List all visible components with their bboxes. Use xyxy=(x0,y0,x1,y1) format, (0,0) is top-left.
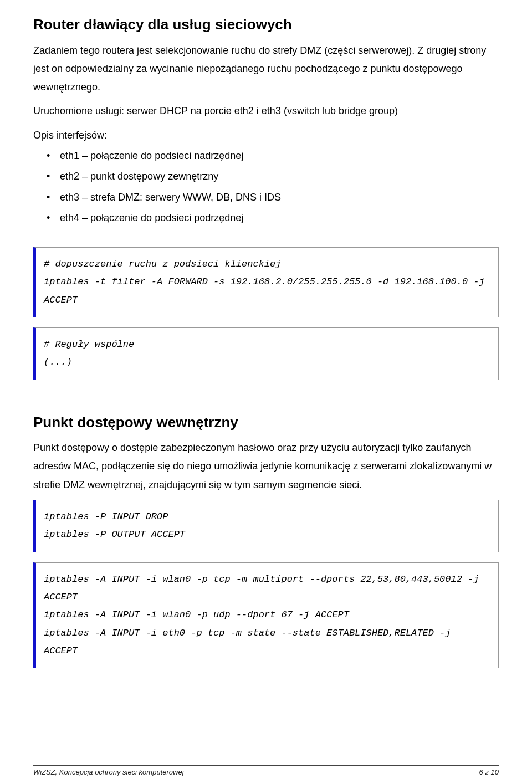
code-block-input-rules: iptables -A INPUT -i wlan0 -p tcp -m mul… xyxy=(33,562,499,668)
code-block-common-rules: # Reguły wspólne (...) xyxy=(33,327,499,380)
section2-paragraph: Punkt dostępowy o dostępie zabezpieczony… xyxy=(33,439,499,494)
footer-right: 6 z 10 xyxy=(479,768,499,776)
list-item: eth4 – połączenie do podsieci podrzędnej xyxy=(33,209,499,227)
list-item: eth3 – strefa DMZ: serwery WWW, DB, DNS … xyxy=(33,188,499,207)
section2-heading: Punkt dostępowy wewnętrzny xyxy=(33,413,499,432)
document-page: Router dławiący dla usług sieciowych Zad… xyxy=(0,0,532,784)
section1-heading: Router dławiący dla usług sieciowych xyxy=(33,16,499,34)
interface-list: eth1 – połączenie do podsieci nadrzędnej… xyxy=(33,147,499,227)
code-block-policy: iptables -P INPUT DROP iptables -P OUTPU… xyxy=(33,500,499,552)
section-spacer xyxy=(33,390,499,413)
section1-paragraph-2: Uruchomione usługi: serwer DHCP na porci… xyxy=(33,102,499,120)
code-block-forward-rule: # dopuszczenie ruchu z podsieci kliencki… xyxy=(33,247,499,317)
section1-paragraph-1: Zadaniem tego routera jest selekcjonowan… xyxy=(33,42,499,97)
footer-left: WiZSZ, Koncepcja ochrony sieci komputero… xyxy=(33,768,184,776)
page-footer: WiZSZ, Koncepcja ochrony sieci komputero… xyxy=(33,765,499,776)
list-item: eth1 – połączenie do podsieci nadrzędnej xyxy=(33,147,499,165)
interface-list-intro: Opis interfejsów: xyxy=(33,126,499,145)
list-item: eth2 – punkt dostępowy zewnętrzny xyxy=(33,167,499,186)
